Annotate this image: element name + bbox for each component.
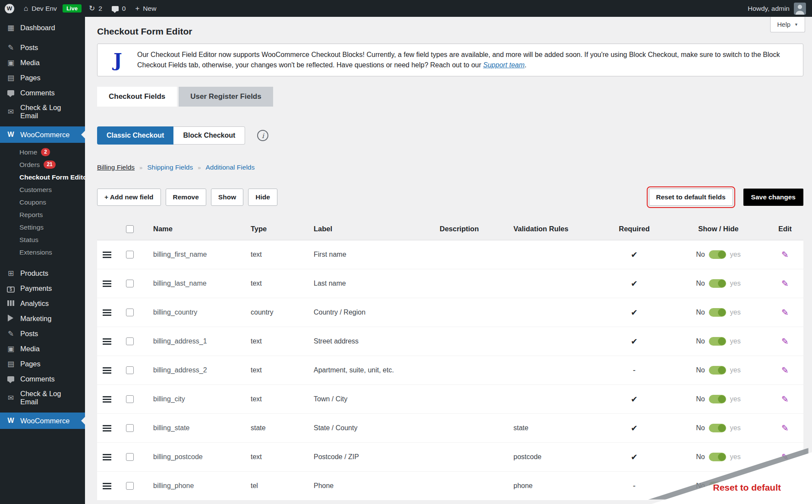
- drag-handle-icon[interactable]: [103, 367, 111, 369]
- show-hide-toggle[interactable]: [709, 366, 726, 375]
- row-checkbox[interactable]: [126, 309, 134, 316]
- edit-pencil-icon[interactable]: ✎: [781, 481, 789, 491]
- show-hide-toggle[interactable]: [709, 250, 726, 259]
- sidebar-item-posts-2[interactable]: ✎ Posts: [0, 326, 85, 341]
- sidebar-item-payments[interactable]: $ Payments: [0, 281, 85, 296]
- info-icon[interactable]: i: [257, 130, 268, 141]
- edit-pencil-icon[interactable]: ✎: [781, 452, 789, 462]
- table-row: billing_last_name text Last name ✔ No ye…: [97, 269, 803, 298]
- sidebar-item-products[interactable]: ⊞ Products: [0, 266, 85, 281]
- row-checkbox[interactable]: [126, 280, 134, 287]
- row-checkbox[interactable]: [126, 453, 134, 461]
- billing-fields-link[interactable]: Billing Fields: [97, 164, 135, 171]
- submenu-item-home[interactable]: Home 2: [0, 146, 85, 158]
- sidebar-item-woocommerce-2[interactable]: W WooCommerce: [0, 413, 85, 429]
- additional-fields-link[interactable]: Additional Fields: [205, 164, 255, 171]
- drag-handle-icon[interactable]: [103, 309, 111, 311]
- edit-pencil-icon[interactable]: ✎: [781, 336, 789, 346]
- sidebar-item-woocommerce[interactable]: W WooCommerce: [0, 126, 85, 143]
- drag-handle-icon[interactable]: [103, 280, 111, 282]
- wordpress-logo-icon: W: [5, 4, 14, 13]
- row-checkbox[interactable]: [126, 251, 134, 258]
- edit-pencil-icon[interactable]: ✎: [781, 307, 789, 318]
- comments-menu[interactable]: 0: [107, 0, 131, 17]
- edit-pencil-icon[interactable]: ✎: [781, 249, 789, 260]
- sidebar-item-media-2[interactable]: ▣ Media: [0, 341, 85, 356]
- table-row: billing_city text Town / City ✔ No yes ✎: [97, 385, 803, 414]
- site-menu[interactable]: ⌂ Dev Env: [19, 0, 62, 17]
- tab-user-register-fields[interactable]: User Register Fields: [179, 87, 273, 107]
- tab-checkout-fields[interactable]: Checkout Fields: [97, 87, 177, 107]
- edit-pencil-icon[interactable]: ✎: [781, 365, 789, 375]
- drag-handle-icon[interactable]: [103, 396, 111, 397]
- submenu-item-extensions[interactable]: Extensions: [0, 246, 85, 258]
- row-checkbox[interactable]: [126, 482, 134, 490]
- sidebar-item-pages-2[interactable]: ▤ Pages: [0, 356, 85, 372]
- show-hide-toggle[interactable]: [709, 453, 726, 461]
- new-content-menu[interactable]: + New: [130, 0, 161, 17]
- submenu-item-reports[interactable]: Reports: [0, 208, 85, 221]
- submenu-item-checkout-form-editor[interactable]: Checkout Form Editor: [0, 171, 85, 183]
- select-all-checkbox[interactable]: [126, 225, 134, 233]
- admin-sidebar: ▦ Dashboard ✎ Posts ▣ Media ▤ Pages Comm…: [0, 17, 85, 504]
- reset-to-default-fields-button[interactable]: Reset to default fields: [649, 189, 733, 206]
- account-menu[interactable]: Howdy, admin: [748, 3, 812, 15]
- row-checkbox[interactable]: [126, 395, 134, 403]
- submenu-item-status[interactable]: Status: [0, 233, 85, 246]
- home-count-badge: 2: [41, 148, 50, 156]
- show-hide-toggle[interactable]: [709, 337, 726, 346]
- sidebar-item-pages[interactable]: ▤ Pages: [0, 70, 85, 85]
- submenu-item-customers[interactable]: Customers: [0, 183, 85, 196]
- comment-bubble-icon: [112, 6, 119, 11]
- submenu-item-coupons[interactable]: Coupons: [0, 196, 85, 208]
- email-icon: ✉: [6, 394, 16, 402]
- howdy-text: Howdy, admin: [748, 5, 790, 13]
- remove-button[interactable]: Remove: [166, 189, 206, 206]
- sidebar-item-comments-2[interactable]: Comments: [0, 372, 85, 387]
- table-row: billing_state state State / County state…: [97, 414, 803, 443]
- support-team-link[interactable]: Support team: [483, 61, 525, 69]
- sidebar-item-dashboard[interactable]: ▦ Dashboard: [0, 20, 85, 35]
- sidebar-item-posts[interactable]: ✎ Posts: [0, 40, 85, 55]
- sidebar-item-check-log-email-2[interactable]: ✉ Check & Log Email: [0, 387, 85, 409]
- wordpress-menu[interactable]: W: [0, 0, 19, 17]
- show-hide-toggle[interactable]: [709, 279, 726, 288]
- classic-checkout-button[interactable]: Classic Checkout: [97, 126, 173, 145]
- save-changes-button[interactable]: Save changes: [743, 189, 803, 206]
- shipping-fields-link[interactable]: Shipping Fields: [147, 164, 193, 171]
- row-checkbox[interactable]: [126, 366, 134, 374]
- add-new-field-button[interactable]: + Add new field: [97, 189, 161, 206]
- sidebar-item-analytics[interactable]: Analytics: [0, 296, 85, 311]
- hide-button[interactable]: Hide: [248, 189, 277, 206]
- show-hide-toggle[interactable]: [709, 482, 726, 490]
- show-hide-toggle[interactable]: [709, 424, 726, 432]
- media-icon: ▣: [6, 345, 16, 353]
- help-button[interactable]: Help ▼: [770, 17, 805, 32]
- submenu-item-settings[interactable]: Settings: [0, 221, 85, 233]
- show-button[interactable]: Show: [211, 189, 243, 206]
- drag-handle-icon[interactable]: [103, 425, 111, 426]
- updates-icon: ↻: [89, 5, 95, 12]
- edit-pencil-icon[interactable]: ✎: [781, 278, 789, 289]
- drag-handle-icon[interactable]: [103, 454, 111, 455]
- row-checkbox[interactable]: [126, 337, 134, 345]
- edit-pencil-icon[interactable]: ✎: [781, 423, 789, 433]
- sidebar-item-marketing[interactable]: Marketing: [0, 311, 85, 326]
- row-checkbox[interactable]: [126, 424, 134, 432]
- woocommerce-submenu: Home 2 Orders 21 Checkout Form Editor Cu…: [0, 143, 85, 262]
- show-hide-toggle[interactable]: [709, 395, 726, 403]
- pages-icon: ▤: [6, 74, 16, 82]
- sidebar-item-check-log-email[interactable]: ✉ Check & Log Email: [0, 101, 85, 123]
- drag-handle-icon[interactable]: [103, 252, 111, 253]
- sidebar-item-media[interactable]: ▣ Media: [0, 55, 85, 70]
- updates-menu[interactable]: ↻ 2: [84, 0, 107, 17]
- sidebar-item-comments[interactable]: Comments: [0, 85, 85, 101]
- block-checkout-button[interactable]: Block Checkout: [173, 126, 245, 145]
- show-hide-toggle[interactable]: [709, 308, 726, 317]
- drag-handle-icon[interactable]: [103, 338, 111, 340]
- comments-count: 0: [122, 5, 126, 13]
- drag-handle-icon[interactable]: [103, 483, 111, 484]
- edit-pencil-icon[interactable]: ✎: [781, 394, 789, 404]
- submenu-item-orders[interactable]: Orders 21: [0, 158, 85, 171]
- avatar: [794, 3, 806, 15]
